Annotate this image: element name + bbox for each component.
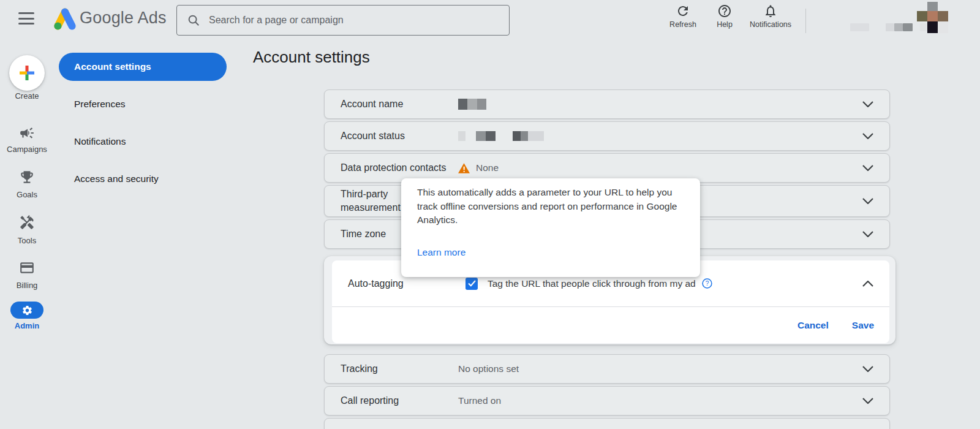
row-value: None [458, 162, 499, 173]
row-label: Tracking [341, 363, 458, 374]
row-account-name[interactable]: Account name [324, 89, 890, 119]
notifications-label: Notifications [750, 20, 791, 29]
tooltip-text: This automatically adds a parameter to y… [417, 186, 687, 227]
google-ads-logo-icon [51, 6, 78, 34]
cancel-button[interactable]: Cancel [797, 320, 829, 331]
tab-access-and-security[interactable]: Access and security [74, 173, 159, 184]
row-tracking[interactable]: Tracking No options set [324, 354, 890, 384]
sidebar-item-billing[interactable] [0, 260, 54, 276]
chevron-down-icon[interactable] [862, 231, 873, 237]
admin-label: Admin [0, 321, 54, 330]
gear-icon [21, 305, 33, 316]
help-circle-icon[interactable]: ? [702, 278, 712, 289]
learn-more-link[interactable]: Learn more [417, 247, 466, 258]
tools-icon [19, 214, 35, 230]
search-bar[interactable] [176, 5, 510, 36]
campaigns-label: Campaigns [0, 145, 54, 154]
tab-preferences[interactable]: Preferences [74, 99, 126, 110]
auto-tagging-tooltip: This automatically adds a parameter to y… [401, 178, 700, 277]
tab-account-settings[interactable]: Account settings [59, 53, 227, 81]
trophy-icon [19, 169, 35, 185]
chevron-down-icon[interactable] [862, 398, 873, 404]
row-label: Call reporting [341, 395, 458, 406]
help-icon [717, 4, 732, 18]
auto-tagging-footer: Cancel Save [332, 308, 889, 343]
tab-account-settings-label: Account settings [74, 61, 151, 72]
check-icon [468, 280, 476, 287]
auto-tagging-checkbox-label: Tag the URL that people click through fr… [488, 278, 696, 289]
auto-tagging-checkbox[interactable] [466, 278, 478, 290]
row-partial [324, 418, 890, 429]
credit-card-icon [19, 260, 35, 276]
row-value-text: None [476, 162, 499, 173]
row-label: Data protection contacts [341, 162, 458, 173]
search-input[interactable] [208, 14, 509, 26]
redacted-value [458, 131, 544, 141]
menu-icon[interactable] [18, 12, 34, 25]
chevron-down-icon[interactable] [862, 366, 873, 372]
chevron-down-icon[interactable] [862, 101, 873, 107]
help-label: Help [717, 20, 733, 29]
chevron-down-icon[interactable] [862, 165, 873, 171]
topbar-divider [805, 9, 806, 33]
row-call-reporting[interactable]: Call reporting Turned on [324, 386, 890, 416]
row-value-text: Turned on [458, 395, 501, 406]
row-account-status[interactable]: Account status [324, 121, 890, 151]
refresh-button[interactable]: Refresh [663, 4, 703, 29]
sidebar-item-goals[interactable] [0, 169, 54, 185]
row-label: Account name [341, 99, 458, 110]
sidebar-item-tools[interactable] [0, 214, 54, 230]
row-label: Account status [341, 131, 458, 142]
tab-notifications[interactable]: Notifications [74, 136, 126, 147]
refresh-icon [676, 4, 690, 18]
sidebar-item-campaigns[interactable] [0, 125, 54, 141]
notifications-button[interactable]: Notifications [742, 4, 799, 29]
chevron-up-icon[interactable] [862, 281, 873, 287]
bell-icon [763, 4, 778, 18]
tools-label: Tools [0, 236, 54, 245]
page-title: Account settings [253, 48, 370, 67]
sidebar-item-admin[interactable] [10, 302, 43, 319]
search-icon [187, 13, 200, 27]
create-button[interactable] [9, 55, 45, 91]
chevron-down-icon[interactable] [862, 198, 873, 204]
billing-label: Billing [0, 281, 54, 290]
plus-icon [18, 64, 36, 82]
warning-icon [458, 163, 470, 173]
svg-text:?: ? [705, 280, 709, 287]
refresh-label: Refresh [669, 20, 696, 29]
row-value-text: No options set [458, 363, 519, 374]
app-title: Google Ads [80, 9, 167, 28]
redacted-value [458, 99, 486, 110]
chevron-down-icon[interactable] [862, 133, 873, 139]
create-label: Create [0, 91, 54, 101]
row-label: Auto-tagging [348, 278, 466, 289]
save-button[interactable]: Save [852, 320, 874, 331]
megaphone-icon [19, 125, 35, 141]
help-button[interactable]: Help [709, 4, 741, 29]
goals-label: Goals [0, 190, 54, 199]
